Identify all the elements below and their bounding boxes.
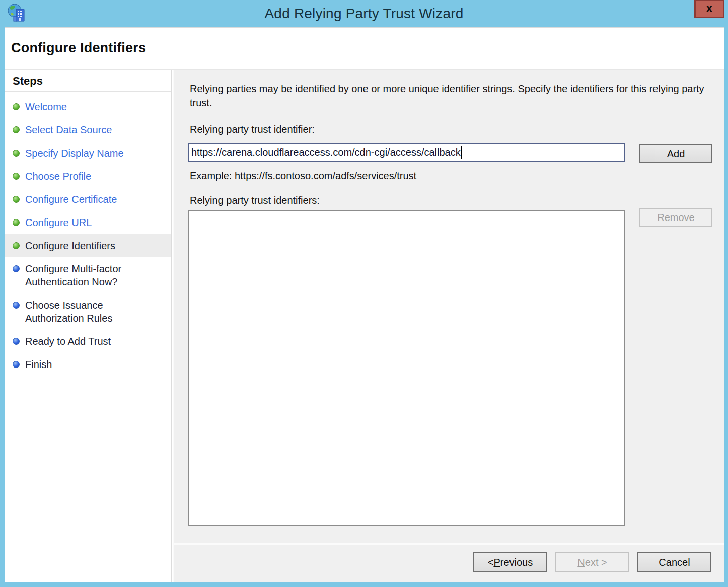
previous-button[interactable]: < Previous <box>473 552 547 572</box>
identifier-input[interactable]: https://carena.cloudflareaccess.com/cdn-… <box>188 143 625 162</box>
title-bar: Add Relying Party Trust Wizard x <box>0 0 728 27</box>
content-panel: Relying parties may be identified by one… <box>173 70 724 582</box>
steps-sidebar: Steps Welcome Select Data Source Specify… <box>5 70 172 582</box>
step-ready-to-add-trust: Ready to Add Trust <box>5 330 171 353</box>
step-completed-icon <box>13 150 20 157</box>
identifier-input-value: https://carena.cloudflareaccess.com/cdn-… <box>191 146 461 158</box>
identifiers-list-label: Relying party trust identifiers: <box>190 195 320 206</box>
step-completed-icon <box>13 196 20 203</box>
step-configure-url[interactable]: Configure URL <box>5 211 171 234</box>
step-upcoming-icon <box>13 338 20 345</box>
step-upcoming-icon <box>13 265 20 272</box>
description-text: Relying parties may be identified by one… <box>190 82 704 110</box>
identifiers-listbox[interactable] <box>188 210 625 526</box>
footer-divider <box>174 543 724 545</box>
page-header: Configure Identifiers <box>5 28 724 70</box>
close-button[interactable]: x <box>694 0 724 18</box>
step-completed-icon <box>13 219 20 226</box>
step-select-data-source[interactable]: Select Data Source <box>5 118 171 141</box>
step-upcoming-icon <box>13 361 20 368</box>
button-label-part: revious <box>500 557 533 568</box>
step-choose-issuance-rules: Choose Issuance Authorization Rules <box>5 293 171 330</box>
step-completed-icon <box>13 126 20 133</box>
next-button[interactable]: Next > <box>555 552 629 572</box>
step-upcoming-icon <box>13 302 20 309</box>
step-completed-icon <box>13 103 20 110</box>
example-text: Example: https://fs.contoso.com/adfs/ser… <box>190 170 416 182</box>
step-completed-icon <box>13 173 20 180</box>
text-caret <box>461 146 462 159</box>
steps-list: Welcome Select Data Source Specify Displ… <box>5 92 171 376</box>
step-welcome[interactable]: Welcome <box>5 95 171 118</box>
step-specify-display-name[interactable]: Specify Display Name <box>5 141 171 165</box>
step-choose-profile[interactable]: Choose Profile <box>5 165 171 188</box>
button-label-part: < <box>488 557 494 568</box>
step-completed-icon <box>13 242 20 249</box>
button-label-part: P <box>493 557 500 568</box>
close-icon: x <box>706 3 713 14</box>
add-button[interactable]: Add <box>639 144 712 163</box>
steps-heading: Steps <box>5 70 171 92</box>
window-title: Add Relying Party Trust Wizard <box>0 0 728 27</box>
button-label-part: N <box>577 557 585 568</box>
step-configure-identifiers: Configure Identifiers <box>5 234 171 257</box>
remove-button[interactable]: Remove <box>639 208 712 227</box>
wizard-window: Configure Identifiers Steps Welcome Sele… <box>5 27 724 582</box>
identifier-label: Relying party trust identifier: <box>190 124 315 135</box>
button-label-part: ext > <box>585 557 607 568</box>
step-configure-certificate[interactable]: Configure Certificate <box>5 188 171 211</box>
page-title: Configure Identifiers <box>11 40 146 56</box>
step-configure-multifactor: Configure Multi-factor Authentication No… <box>5 257 171 293</box>
step-finish: Finish <box>5 353 171 376</box>
cancel-button[interactable]: Cancel <box>637 552 711 572</box>
